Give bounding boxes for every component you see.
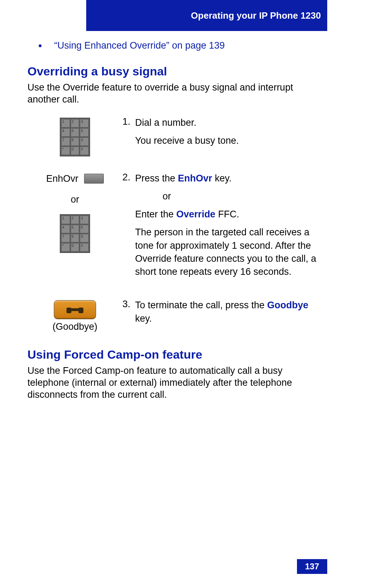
bullet-icon (39, 44, 42, 47)
keyword-enhovr: EnhOvr (178, 173, 213, 184)
step-text-col: 2. Press the EnhOvr key. or Enter the Ov… (122, 172, 327, 284)
keypad-key: * (61, 147, 70, 155)
steps-list: 1 2 3 4 5 6 7 8 9 * 0 # 1. (27, 116, 327, 333)
page-content: “Using Enhanced Override” on page 139 Ov… (27, 40, 327, 411)
keypad-key: 3 (80, 216, 89, 224)
text: FFC. (215, 209, 239, 219)
keypad-key: 4 (61, 225, 70, 233)
toc-bullet-row: “Using Enhanced Override” on page 139 (27, 40, 327, 51)
keypad-icon: 1 2 3 4 5 6 7 8 9 * 0 # (60, 214, 90, 253)
section-heading-overriding: Overriding a busy signal (27, 64, 327, 78)
keypad-icon: 1 2 3 4 5 6 7 8 9 * 0 # (60, 118, 90, 156)
keypad-key: * (61, 243, 70, 252)
keypad-key: 8 (71, 137, 80, 146)
keyword-override: Override (176, 209, 215, 219)
step-text-col: 3. To terminate the call, press the Good… (122, 299, 327, 330)
step-line: Dial a number. (135, 116, 239, 129)
chapter-title: Operating your IP Phone 1230 (191, 10, 321, 21)
step-graphic-col: 1 2 3 4 5 6 7 8 9 * 0 # (27, 116, 122, 156)
step-number: 1. (122, 116, 135, 127)
section-heading-campon: Using Forced Camp-on feature (27, 348, 327, 361)
keypad-key: 6 (80, 225, 89, 233)
chapter-header: Operating your IP Phone 1230 (86, 0, 327, 31)
keypad-key: 7 (61, 234, 70, 242)
goodbye-key-icon (54, 300, 96, 319)
keypad-key: 9 (80, 137, 89, 146)
keypad-key: # (80, 243, 89, 252)
step-row: EnhOvr or 1 2 3 4 5 6 7 8 9 * (27, 172, 327, 284)
step-text-col: 1. Dial a number. You receive a busy ton… (122, 116, 327, 153)
step-row: 1 2 3 4 5 6 7 8 9 * 0 # 1. (27, 116, 327, 156)
keypad-key: 9 (80, 234, 89, 242)
step-text: To terminate the call, press the Goodbye… (135, 299, 327, 330)
step-line: To terminate the call, press the Goodbye… (135, 299, 327, 325)
keypad-key: 3 (80, 119, 89, 128)
keypad-key: 5 (71, 225, 80, 233)
page-number-value: 137 (305, 562, 319, 571)
section-intro-overriding: Use the Override feature to override a b… (27, 82, 327, 106)
text: Enter the (135, 209, 176, 219)
keypad-key: 1 (61, 216, 70, 224)
cross-reference-link[interactable]: “Using Enhanced Override” on page 139 (54, 40, 225, 51)
page-number: 137 (297, 559, 327, 574)
step-number: 3. (122, 299, 135, 310)
text: key. (135, 313, 152, 324)
or-label: or (71, 194, 79, 205)
document-page: Operating your IP Phone 1230 “Using Enha… (0, 0, 380, 588)
keypad-key: 1 (61, 119, 70, 128)
step-line-or: or (135, 190, 198, 203)
keypad-key: 7 (61, 137, 70, 146)
keypad-key: 8 (71, 234, 80, 242)
keypad-key: 6 (80, 128, 89, 137)
enhovr-key-illustration: EnhOvr (46, 173, 104, 184)
keypad-key: 5 (71, 128, 80, 137)
step-text: Dial a number. You receive a busy tone. (135, 116, 239, 153)
keypad-key: 2 (71, 119, 80, 128)
enhovr-label: EnhOvr (46, 173, 78, 184)
keypad-key: 2 (71, 216, 80, 224)
softkey-icon (84, 174, 104, 184)
goodbye-label: (Goodbye) (52, 321, 97, 332)
text: To terminate the call, press the (135, 300, 267, 310)
step-text: Press the EnhOvr key. or Enter the Overr… (135, 172, 327, 284)
step-line: You receive a busy tone. (135, 134, 239, 147)
step-graphic-col: (Goodbye) (27, 299, 122, 332)
step-line: Enter the Override FFC. (135, 208, 327, 221)
section-intro-campon: Use the Forced Camp-on feature to automa… (27, 365, 327, 401)
handset-icon (66, 306, 83, 313)
step-number: 2. (122, 172, 135, 183)
keypad-key: # (80, 147, 89, 155)
keypad-key: 0 (71, 243, 80, 252)
step-paragraph: The person in the targeted call receives… (135, 226, 327, 278)
keypad-key: 4 (61, 128, 70, 137)
keypad-key: 0 (71, 147, 80, 155)
text: Press the (135, 173, 178, 184)
step-graphic-col: EnhOvr or 1 2 3 4 5 6 7 8 9 * (27, 172, 122, 253)
step-row: (Goodbye) 3. To terminate the call, pres… (27, 299, 327, 332)
keyword-goodbye: Goodbye (267, 300, 308, 310)
step-line: Press the EnhOvr key. (135, 172, 327, 185)
text: key. (212, 173, 232, 184)
